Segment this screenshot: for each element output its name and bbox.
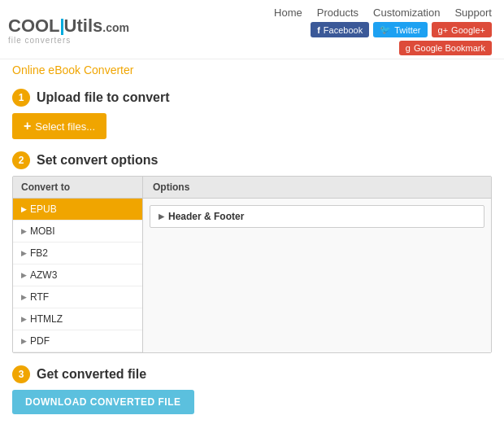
format-pdf[interactable]: ▶ PDF: [13, 330, 142, 352]
logo-cool: COOL: [8, 15, 60, 36]
options-panel: Options ▶ Header & Footer: [143, 177, 491, 352]
download-button[interactable]: DOWNLOAD CONVERTED FILE: [12, 390, 194, 414]
fb2-arrow-icon: ▶: [21, 249, 27, 257]
step1-badge: 1: [12, 89, 30, 107]
googleplus-icon: g+: [438, 25, 449, 35]
epub-arrow-icon: ▶: [21, 205, 27, 213]
step1-header: 1 Upload file to convert: [12, 89, 492, 107]
rtf-arrow-icon: ▶: [21, 293, 27, 301]
step2-section: 2 Set convert options Convert to ▶ EPUB …: [12, 151, 492, 353]
convert-panel: Convert to ▶ EPUB ▶ MOBI ▶ FB2 ▶ AZW3: [12, 176, 492, 353]
step3-badge: 3: [12, 365, 30, 383]
step3-section: 3 Get converted file DOWNLOAD CONVERTED …: [12, 365, 492, 414]
step1-section: 1 Upload file to convert + Select files.…: [12, 89, 492, 139]
facebook-icon: f: [317, 25, 320, 35]
htmlz-arrow-icon: ▶: [21, 315, 27, 323]
logo-top-row: COOLUtils.com: [8, 17, 129, 35]
select-files-label: Select files...: [35, 120, 95, 133]
options-group-label: Header & Footer: [168, 211, 244, 222]
fb2-label: FB2: [30, 247, 48, 259]
plus-icon: +: [24, 119, 31, 133]
format-rtf[interactable]: ▶ RTF: [13, 286, 142, 308]
format-epub[interactable]: ▶ EPUB: [13, 199, 142, 221]
azw3-label: AZW3: [30, 269, 57, 281]
pdf-arrow-icon: ▶: [21, 337, 27, 345]
main-content: 1 Upload file to convert + Select files.…: [0, 81, 504, 424]
google-bookmark-icon: g: [406, 43, 411, 53]
format-azw3[interactable]: ▶ AZW3: [13, 264, 142, 286]
nav-customization[interactable]: Customization: [373, 7, 440, 19]
logo: COOLUtils.com: [8, 17, 129, 35]
pdf-label: PDF: [30, 335, 50, 347]
convert-to-header: Convert to: [13, 177, 142, 199]
step2-title: Set convert options: [37, 153, 158, 168]
social-buttons-row2: g Google Bookmark: [399, 41, 492, 55]
logo-dotcom: .com: [102, 21, 129, 34]
epub-label: EPUB: [30, 203, 57, 215]
nav-area: Home Products Customization Support f Fa…: [274, 7, 492, 55]
mobi-label: MOBI: [30, 225, 55, 237]
twitter-button[interactable]: 🐦 Twitter: [373, 22, 427, 37]
logo-utils: Utils: [64, 15, 103, 36]
options-group-header-footer-header[interactable]: ▶ Header & Footer: [150, 206, 484, 227]
nav-products[interactable]: Products: [317, 7, 358, 19]
select-files-button[interactable]: + Select files...: [12, 113, 106, 139]
nav-support[interactable]: Support: [454, 7, 492, 19]
step1-title: Upload file to convert: [37, 90, 170, 105]
facebook-label: Facebook: [324, 25, 363, 35]
step3-title: Get converted file: [37, 367, 146, 382]
format-mobi[interactable]: ▶ MOBI: [13, 221, 142, 243]
nav-home[interactable]: Home: [274, 7, 302, 19]
rtf-label: RTF: [30, 291, 49, 303]
facebook-button[interactable]: f Facebook: [311, 22, 369, 37]
header: COOLUtils.com file converters Home Produ…: [0, 0, 504, 59]
logo-bar-icon: [61, 19, 63, 35]
twitter-icon: 🐦: [380, 24, 391, 35]
googleplus-label: Google+: [451, 25, 485, 35]
logo-sub: file converters: [8, 36, 129, 45]
step2-header: 2 Set convert options: [12, 151, 492, 169]
options-group-header-footer[interactable]: ▶ Header & Footer: [150, 205, 484, 228]
format-htmlz[interactable]: ▶ HTMLZ: [13, 308, 142, 330]
mobi-arrow-icon: ▶: [21, 227, 27, 235]
twitter-label: Twitter: [394, 25, 420, 35]
options-group-arrow-icon: ▶: [159, 212, 164, 221]
step2-badge: 2: [12, 151, 30, 169]
page-title: Online eBook Converter: [0, 59, 504, 81]
format-list: Convert to ▶ EPUB ▶ MOBI ▶ FB2 ▶ AZW3: [13, 177, 143, 352]
nav-links: Home Products Customization Support: [274, 7, 492, 19]
googleplus-button[interactable]: g+ Google+: [432, 22, 492, 37]
social-buttons-row1: f Facebook 🐦 Twitter g+ Google+: [311, 22, 492, 37]
options-header: Options: [143, 177, 491, 199]
format-fb2[interactable]: ▶ FB2: [13, 243, 142, 264]
step3-header: 3 Get converted file: [12, 365, 492, 383]
google-bookmark-button[interactable]: g Google Bookmark: [399, 41, 492, 55]
google-bookmark-label: Google Bookmark: [414, 43, 485, 53]
logo-area: COOLUtils.com file converters: [8, 17, 129, 45]
azw3-arrow-icon: ▶: [21, 271, 27, 279]
htmlz-label: HTMLZ: [30, 313, 63, 325]
options-content: ▶ Header & Footer: [143, 199, 491, 234]
